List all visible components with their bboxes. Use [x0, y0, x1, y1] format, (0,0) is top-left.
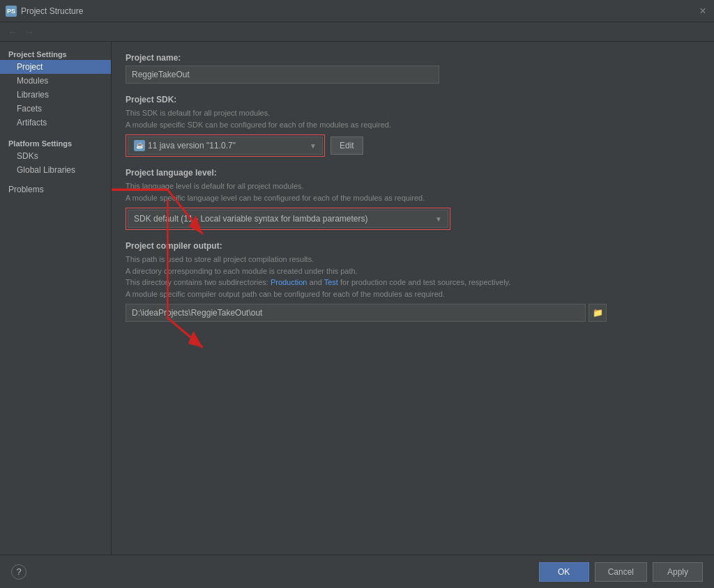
- compiler-output-section: Project compiler output: This path is us…: [126, 241, 700, 322]
- language-dropdown[interactable]: SDK default (11 - Local variable syntax …: [128, 210, 448, 228]
- sdk-dropdown-arrow: ▼: [310, 142, 317, 150]
- app-icon: PS: [6, 6, 17, 17]
- language-dropdown-arrow: ▼: [435, 215, 442, 223]
- test-link[interactable]: Test: [324, 278, 338, 286]
- project-sdk-section: Project SDK: This SDK is default for all…: [126, 95, 700, 157]
- sdk-desc1: This SDK is default for all project modu…: [126, 107, 700, 130]
- sdk-row: ☕ 11 java version "11.0.7" ▼ Edit: [126, 134, 700, 157]
- language-desc: This language level is default for all p…: [126, 180, 700, 203]
- navbar: ← →: [0, 22, 714, 42]
- button-bar: ? OK Cancel Apply: [0, 555, 714, 588]
- main-area: Project Settings Project Modules Librari…: [0, 42, 714, 555]
- apply-button[interactable]: Apply: [653, 562, 703, 582]
- help-button[interactable]: ?: [11, 564, 26, 580]
- content-panel: Project name: Project SDK: This SDK is d…: [112, 42, 714, 555]
- sidebar-item-problems[interactable]: Problems: [0, 183, 111, 196]
- sidebar-item-libraries[interactable]: Libraries: [0, 88, 111, 102]
- forward-button[interactable]: →: [22, 25, 36, 39]
- sidebar-item-global-libraries[interactable]: Global Libraries: [0, 163, 111, 177]
- ok-button[interactable]: OK: [539, 562, 589, 582]
- project-settings-label: Project Settings: [0, 47, 111, 60]
- language-dropdown-container: SDK default (11 - Local variable syntax …: [126, 208, 450, 230]
- sidebar-item-modules[interactable]: Modules: [0, 74, 111, 88]
- production-link[interactable]: Production: [271, 278, 307, 286]
- cancel-button[interactable]: Cancel: [595, 562, 647, 582]
- project-structure-dialog: PS Project Structure × ← → Project Setti…: [0, 0, 714, 588]
- sdk-dropdown-container: ☕ 11 java version "11.0.7" ▼: [126, 134, 325, 157]
- project-name-label: Project name:: [126, 53, 700, 63]
- sdk-value: 11 java version "11.0.7": [148, 141, 236, 150]
- sdk-title: Project SDK:: [126, 95, 700, 105]
- close-button[interactable]: ×: [697, 6, 708, 17]
- compiler-title: Project compiler output:: [126, 241, 700, 251]
- compiler-path-row: 📁: [126, 304, 700, 322]
- dialog-title: Project Structure: [21, 6, 697, 16]
- compiler-path-input[interactable]: [126, 304, 586, 322]
- compiler-desc: This path is used to store all project c…: [126, 254, 700, 300]
- sidebar-item-project[interactable]: Project: [0, 60, 111, 74]
- sdk-dropdown[interactable]: ☕ 11 java version "11.0.7" ▼: [128, 137, 323, 155]
- sidebar-item-facets[interactable]: Facets: [0, 102, 111, 116]
- sidebar-item-sdks[interactable]: SDKs: [0, 149, 111, 163]
- back-button[interactable]: ←: [6, 25, 20, 39]
- sidebar: Project Settings Project Modules Librari…: [0, 42, 112, 555]
- language-value: SDK default (11 - Local variable syntax …: [134, 214, 368, 224]
- sidebar-item-artifacts[interactable]: Artifacts: [0, 116, 111, 130]
- language-title: Project language level:: [126, 168, 700, 178]
- action-buttons: OK Cancel Apply: [539, 562, 703, 582]
- titlebar: PS Project Structure ×: [0, 0, 714, 22]
- sdk-edit-button[interactable]: Edit: [331, 137, 363, 155]
- compiler-path-browse-button[interactable]: 📁: [588, 304, 607, 322]
- project-name-section: Project name:: [126, 53, 700, 84]
- platform-settings-label: Platform Settings: [0, 137, 111, 149]
- java-sdk-icon: ☕: [134, 140, 145, 151]
- project-language-section: Project language level: This language le…: [126, 168, 700, 230]
- project-name-input[interactable]: [126, 65, 439, 84]
